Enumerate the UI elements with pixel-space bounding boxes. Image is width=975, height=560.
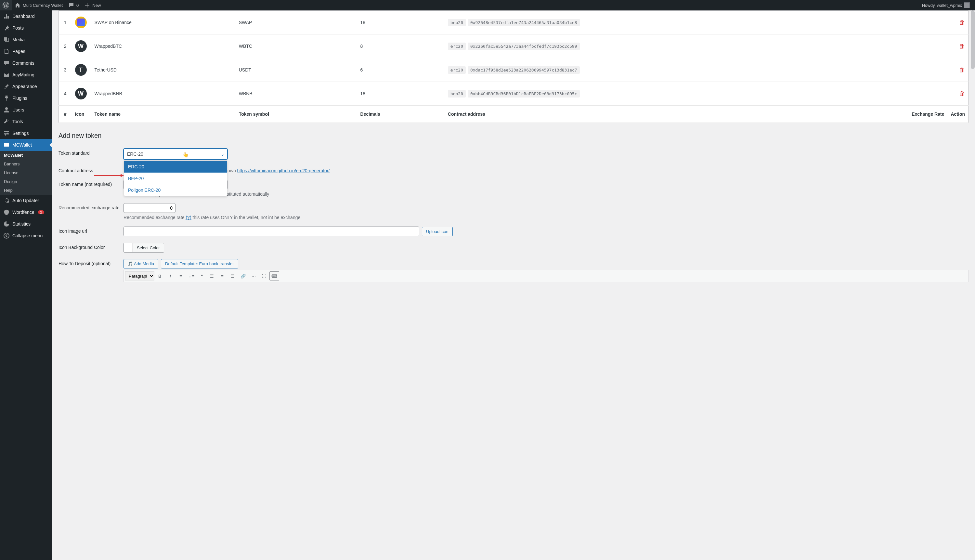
pin-icon [3, 25, 10, 31]
color-picker[interactable]: Select Color [123, 243, 164, 253]
more-button[interactable]: ⋯ [248, 272, 258, 280]
th-symbol: Token symbol [236, 106, 357, 123]
add-media-button[interactable]: 🎵 Add Media [123, 259, 158, 268]
sidebar-item-users[interactable]: Users [0, 104, 52, 116]
new-label: New [92, 3, 101, 8]
label-how-to-deposit: How To Deposit (optional) [58, 259, 123, 266]
token-name: WrappedBNB [91, 82, 236, 106]
submenu-item-license[interactable]: License [0, 168, 52, 177]
sidebar-label: AcyMailing [12, 72, 35, 77]
scrollbar[interactable] [970, 10, 975, 560]
scrollbar-thumb[interactable] [971, 10, 975, 69]
submenu-item-mcwallet[interactable]: MCWallet [0, 151, 52, 160]
align-center-button[interactable]: ≡ [217, 272, 227, 280]
user-icon [3, 107, 10, 113]
submenu-item-banners[interactable]: Banners [0, 160, 52, 168]
new-content-link[interactable]: New [81, 0, 103, 10]
option-bep20[interactable]: BEP-20 [124, 173, 227, 184]
label-contract-address: Contract address [58, 166, 123, 173]
form-heading: Add new token [58, 132, 968, 140]
blockquote-button[interactable]: ❝ [197, 272, 207, 280]
submenu: MCWalletBannersLicenseDesignHelp [0, 151, 52, 195]
sidebar-item-acymailing[interactable]: AcyMailing [0, 69, 52, 81]
submenu-item-help[interactable]: Help [0, 186, 52, 195]
sidebar-label: Tools [12, 119, 23, 124]
media-icon [3, 37, 10, 43]
add-token-form: Add new token Token standard ERC-20 ⌄ 👆 … [58, 132, 968, 285]
option-erc20[interactable]: ERC-20 [124, 161, 227, 173]
token-symbol: WBNB [236, 82, 357, 106]
rate-cell [902, 58, 947, 82]
bold-button[interactable]: B [155, 272, 165, 280]
sidebar-label: MCWallet [12, 142, 32, 148]
fullscreen-button[interactable]: ⛶ [259, 272, 269, 280]
bullet-list-button[interactable]: ≡ [176, 272, 185, 280]
sidebar-item-appearance[interactable]: Appearance [0, 81, 52, 92]
row-num: 4 [59, 82, 72, 106]
label-token-name: Token name (not required) [58, 180, 123, 187]
page-icon [3, 48, 10, 55]
align-left-button[interactable]: ☰ [207, 272, 217, 280]
hint-token-name: If the field is empty then the token nam… [123, 192, 968, 197]
upload-icon-button[interactable]: Upload icon [422, 227, 453, 236]
th-icon: Icon [72, 106, 91, 123]
hint-exchange-rate: Recommended exchange rate (?) this rate … [123, 215, 968, 220]
address-badge: 0xbb4CdB9CBd36B01bD1cBaEBF2De08d9173bc09… [468, 90, 580, 98]
keyboard-button[interactable]: ⌨ [270, 272, 279, 280]
site-name: Multi Currency Wallet [23, 3, 63, 8]
sidebar-item-comments[interactable]: Comments [0, 57, 52, 69]
trash-icon[interactable]: 🗑 [959, 90, 965, 97]
sidebar-label: Plugins [12, 95, 27, 101]
link-button[interactable]: 🔗 [238, 272, 248, 280]
address-badge: 0x2260fac5e5542a773aa44fbcfedf7c193bc2c5… [468, 43, 580, 50]
exchange-rate-input[interactable] [123, 203, 175, 213]
table-row: 2WWrappedBTCWBTC8erc200x2260fac5e5542a77… [59, 35, 968, 58]
sidebar-item-posts[interactable]: Posts [0, 22, 52, 34]
trash-icon[interactable]: 🗑 [959, 67, 965, 73]
howdy-link[interactable]: Howdy, wallet_wpmix [920, 0, 972, 10]
submenu-item-design[interactable]: Design [0, 177, 52, 186]
rate-help-link[interactable]: (?) [185, 215, 191, 220]
brush-icon [3, 83, 10, 90]
token-decimals: 6 [357, 58, 445, 82]
sidebar-item-plugins[interactable]: Plugins [0, 92, 52, 104]
wp-logo[interactable] [0, 0, 12, 10]
italic-button[interactable]: I [165, 272, 175, 280]
sidebar-item-statistics[interactable]: Statistics [0, 218, 52, 230]
default-template-button[interactable]: Default Template: Euro bank transfer [161, 259, 238, 268]
trash-icon[interactable]: 🗑 [959, 43, 965, 49]
comments-link[interactable]: 0 [65, 0, 81, 10]
label-icon-url: Icon image url [58, 227, 123, 234]
align-right-button[interactable]: ☰ [228, 272, 238, 280]
token-symbol: USDT [236, 58, 357, 82]
sidebar-item-mcwallet[interactable]: MCWallet [0, 139, 52, 151]
format-select[interactable]: Paragraph [125, 272, 154, 280]
sidebar-item-pages[interactable]: Pages [0, 45, 52, 57]
sidebar-item-media[interactable]: Media [0, 34, 52, 45]
sidebar-item-tools[interactable]: Tools [0, 116, 52, 127]
label-exchange-rate: Recommended exchange rate [58, 203, 123, 210]
sliders-icon [3, 130, 10, 137]
number-list-button[interactable]: ⋮≡ [186, 272, 196, 280]
sidebar-item-collapse-menu[interactable]: Collapse menu [0, 230, 52, 242]
th-rate: Exchange Rate [902, 106, 947, 123]
sidebar-item-dashboard[interactable]: Dashboard [0, 10, 52, 22]
erc20-generator-link[interactable]: https://vittominacori.github.io/erc20-ge… [237, 168, 330, 173]
sidebar-item-wordfence[interactable]: Wordfence2 [0, 207, 52, 218]
address-badge: 0xdac17f958d2ee523a2206206994597c13d831e… [468, 66, 580, 74]
sidebar-item-auto-updater[interactable]: Auto Updater [0, 195, 52, 207]
icon-url-input[interactable] [123, 227, 419, 236]
site-name-link[interactable]: Multi Currency Wallet [12, 0, 65, 10]
option-poligon[interactable]: Poligon ERC-20 [124, 184, 227, 196]
comments-count: 0 [77, 3, 78, 8]
select-color-button[interactable]: Select Color [133, 243, 164, 252]
wallet-icon [3, 142, 10, 148]
color-swatch [124, 243, 133, 252]
th-name: Token name [91, 106, 236, 123]
token-standard-select[interactable]: ERC-20 ⌄ 👆 ERC-20 BEP-20 Poligon ERC-20 [123, 148, 228, 160]
trash-icon[interactable]: 🗑 [959, 19, 965, 26]
sidebar-label: Wordfence [12, 210, 34, 215]
label-token-standard: Token standard [58, 148, 123, 156]
th-decimals: Decimals [357, 106, 445, 123]
sidebar-item-settings[interactable]: Settings [0, 127, 52, 139]
